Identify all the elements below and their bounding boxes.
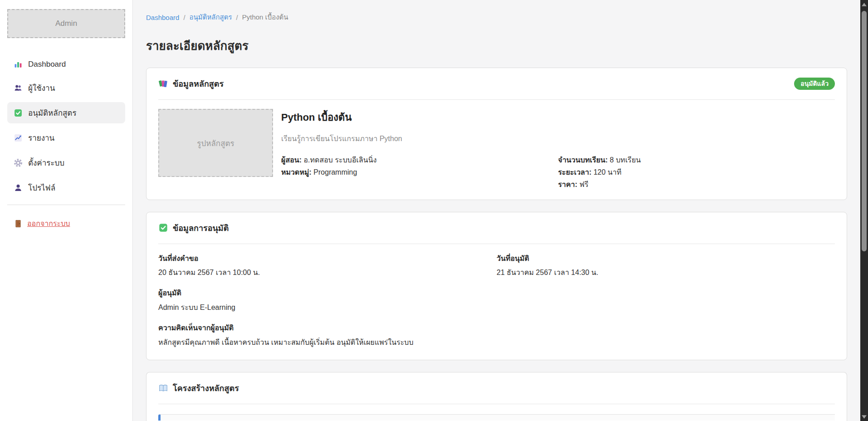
comment-value: หลักสูตรมีคุณภาพดี เนื้อหาครบถ้วน เหมาะส…: [158, 337, 835, 348]
logout-link[interactable]: ออกจากระบบ: [7, 218, 125, 229]
request-date-group: วันที่ส่งคำขอ 20 ธันวาคม 2567 เวลา 10:00…: [158, 253, 497, 279]
approver-value: Admin ระบบ E-Learning: [158, 302, 835, 313]
request-date-label: วันที่ส่งคำขอ: [158, 253, 497, 264]
sidebar-item-label: Dashboard: [28, 60, 66, 69]
lessons-line: จำนวนบทเรียน: 8 บทเรียน: [558, 154, 835, 166]
course-info-card: ข้อมูลหลักสูตร อนุมัติแล้ว รูปหลักสูตร P…: [146, 68, 847, 200]
sidebar-item-label: อนุมัติหลักสูตร: [28, 107, 77, 119]
sidebar-divider: [7, 205, 125, 205]
logout-label: ออกจากระบบ: [27, 218, 70, 229]
category-line: หมวดหมู่: Programming: [281, 166, 558, 178]
course-image-placeholder-label: รูปหลักสูตร: [197, 137, 234, 149]
breadcrumb: Dashboard / อนุมัติหลักสูตร / Python เบื…: [146, 12, 847, 23]
books-icon: [158, 79, 168, 89]
course-card-header: ข้อมูลหลักสูตร อนุมัติแล้ว: [158, 77, 835, 90]
status-badge: อนุมัติแล้ว: [794, 78, 835, 90]
open-book-icon: [158, 383, 168, 393]
vertical-scrollbar[interactable]: [860, 0, 868, 421]
structure-card-header: โครงสร้างหลักสูตร: [158, 382, 835, 395]
comment-group: ความคิดเห็นจากผู้อนุมัติ หลักสูตรมีคุณภา…: [158, 323, 835, 348]
breadcrumb-link-course-approval[interactable]: อนุมัติหลักสูตร: [190, 12, 232, 23]
course-info: Python เบื้องต้น เรียนรู้การเขียนโปรแกรม…: [281, 109, 835, 191]
approve-date-value: 21 ธันวาคม 2567 เวลา 14:30 น.: [497, 267, 835, 279]
main-content: Dashboard / อนุมัติหลักสูตร / Python เบื…: [133, 0, 868, 421]
breadcrumb-link-dashboard[interactable]: Dashboard: [146, 14, 179, 21]
sidebar: Admin Dashboard ผู้ใช้งาน อนุมัติหลักสูต…: [0, 0, 133, 421]
sidebar-item-dashboard[interactable]: Dashboard: [7, 55, 125, 73]
sidebar-item-settings[interactable]: ตั้งค่าระบบ: [7, 152, 125, 173]
users-icon: [14, 83, 23, 93]
check-icon: [14, 108, 23, 117]
admin-brand-label: Admin: [55, 19, 77, 28]
course-meta: ผู้สอน: อ.ทดสอบ ระบบอีเลินนิ่ง หมวดหมู่:…: [281, 154, 835, 191]
admin-logo-placeholder: Admin: [7, 9, 125, 38]
course-meta-left: ผู้สอน: อ.ทดสอบ ระบบอีเลินนิ่ง หมวดหมู่:…: [281, 154, 558, 191]
approval-body: วันที่ส่งคำขอ 20 ธันวาคม 2567 เวลา 10:00…: [158, 253, 835, 348]
sidebar-item-course-approval[interactable]: อนุมัติหลักสูตร: [7, 102, 125, 123]
person-icon: [14, 183, 23, 192]
structure-card-title: โครงสร้างหลักสูตร: [173, 382, 239, 395]
price-label: ราคา:: [558, 181, 578, 188]
check-icon: [158, 223, 168, 233]
instructor-line: ผู้สอน: อ.ทดสอบ ระบบอีเลินนิ่ง: [281, 154, 558, 166]
sidebar-nav: Dashboard ผู้ใช้งาน อนุมัติหลักสูตร รายง…: [7, 55, 125, 198]
breadcrumb-separator: /: [236, 14, 238, 21]
request-date-value: 20 ธันวาคม 2567 เวลา 10:00 น.: [158, 267, 497, 279]
course-body: รูปหลักสูตร Python เบื้องต้น เรียนรู้การ…: [158, 109, 835, 191]
course-card-title: ข้อมูลหลักสูตร: [173, 77, 224, 90]
instructor-value: อ.ทดสอบ ระบบอีเลินนิ่ง: [303, 156, 376, 164]
course-description: เรียนรู้การเขียนโปรแกรมภาษา Python: [281, 133, 835, 145]
course-name: Python เบื้องต้น: [281, 110, 835, 125]
approval-dates-grid: วันที่ส่งคำขอ 20 ธันวาคม 2567 เวลา 10:00…: [158, 253, 835, 288]
duration-label: ระยะเวลา:: [558, 168, 592, 176]
instructor-label: ผู้สอน:: [281, 156, 302, 164]
scrollbar-up-arrow[interactable]: [860, 0, 868, 8]
door-icon: [14, 219, 23, 228]
page-title: รายละเอียดหลักสูตร: [146, 36, 847, 55]
sidebar-item-label: ผู้ใช้งาน: [28, 82, 55, 94]
card-divider: [158, 244, 835, 244]
sidebar-item-label: ตั้งค่าระบบ: [28, 157, 64, 169]
approval-card-title: ข้อมูลการอนุมัติ: [173, 221, 229, 235]
category-label: หมวดหมู่:: [281, 168, 312, 176]
sidebar-item-label: โปรไฟล์: [28, 181, 55, 194]
sidebar-item-reports[interactable]: รายงาน: [7, 127, 125, 148]
approver-label: ผู้อนุมัติ: [158, 288, 835, 299]
app-window: Admin Dashboard ผู้ใช้งาน อนุมัติหลักสูต…: [0, 0, 868, 421]
price-value: ฟรี: [580, 181, 589, 188]
approve-date-group: วันที่อนุมัติ 21 ธันวาคม 2567 เวลา 14:30…: [497, 253, 835, 279]
sidebar-item-profile[interactable]: โปรไฟล์: [7, 177, 125, 198]
approver-group: ผู้อนุมัติ Admin ระบบ E-Learning: [158, 288, 835, 313]
category-value: Programming: [313, 168, 357, 176]
lessons-label: จำนวนบทเรียน:: [558, 156, 608, 164]
scrollbar-thumb[interactable]: [862, 11, 867, 251]
approval-card-header: ข้อมูลการอนุมัติ: [158, 221, 835, 235]
course-image-placeholder: รูปหลักสูตร: [158, 109, 273, 177]
bar-chart-icon: [14, 60, 23, 69]
sidebar-item-users[interactable]: ผู้ใช้งาน: [7, 77, 125, 98]
chart-up-icon: [14, 133, 23, 142]
lessons-value: 8 บทเรียน: [610, 156, 641, 164]
duration-line: ระยะเวลา: 120 นาที: [558, 166, 835, 178]
comment-label: ความคิดเห็นจากผู้อนุมัติ: [158, 323, 835, 334]
price-line: ราคา: ฟรี: [558, 178, 835, 191]
course-meta-right: จำนวนบทเรียน: 8 บทเรียน ระยะเวลา: 120 นา…: [558, 154, 835, 191]
breadcrumb-separator: /: [183, 14, 185, 21]
approval-info-card: ข้อมูลการอนุมัติ วันที่ส่งคำขอ 20 ธันวาค…: [146, 212, 847, 361]
card-divider: [158, 99, 835, 100]
gear-icon: [14, 158, 23, 167]
sidebar-item-label: รายงาน: [28, 132, 54, 144]
duration-value: 120 นาที: [594, 168, 622, 176]
course-structure-card: โครงสร้างหลักสูตร: [146, 372, 847, 421]
breadcrumb-current: Python เบื้องต้น: [242, 12, 288, 23]
card-divider: [158, 404, 835, 404]
approve-date-label: วันที่อนุมัติ: [497, 253, 835, 264]
lesson-item-partial: [158, 414, 835, 421]
scrollbar-down-arrow[interactable]: [860, 413, 868, 421]
